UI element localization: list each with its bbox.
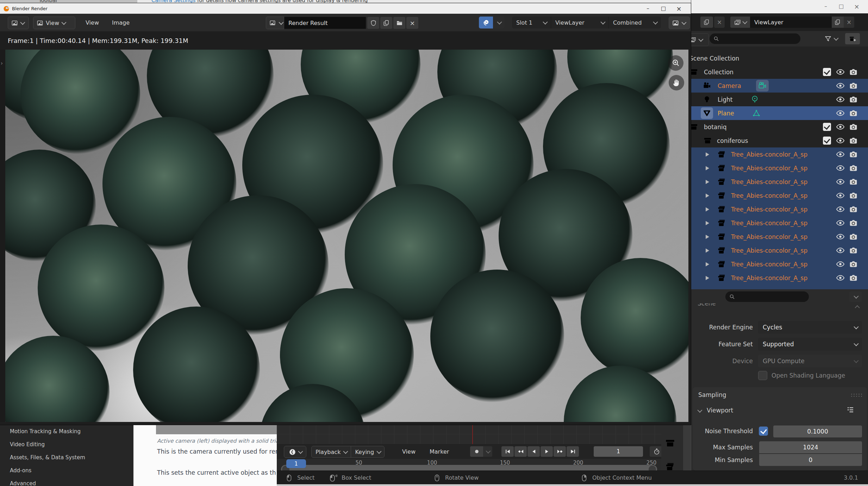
hide-eye-icon[interactable] [836, 191, 845, 200]
auto-keying-dropdown[interactable] [483, 446, 492, 457]
outliner-row-light[interactable]: Light [691, 93, 868, 106]
device-dropdown[interactable]: GPU Compute [758, 355, 862, 367]
unlink-scene-button[interactable]: × [714, 17, 725, 28]
outliner-row-tree[interactable]: Tree_Abies-concolor_A_sp [691, 175, 868, 189]
viewport-subpanel-header[interactable]: Viewport [707, 407, 733, 414]
render-window-titlebar[interactable]: Blender Render – □ × [0, 3, 691, 14]
disable-render-camera-icon[interactable] [849, 205, 858, 214]
hide-eye-icon[interactable] [836, 136, 845, 145]
filter-dropdown[interactable] [824, 33, 837, 44]
viewlayer-dropdown[interactable]: ViewLayer [551, 17, 608, 29]
osl-checkbox[interactable] [758, 371, 767, 380]
image-browse-button[interactable] [266, 17, 284, 29]
new-scene-button[interactable] [700, 17, 713, 28]
docs-sidebar-item[interactable]: Video Editing [0, 438, 133, 451]
slot-dropdown[interactable]: Slot 1 [512, 17, 551, 29]
open-image-button[interactable] [393, 17, 405, 29]
max-samples-field[interactable]: 1024 [759, 441, 862, 453]
new-image-button[interactable] [380, 17, 392, 29]
collection-checkbox[interactable] [823, 123, 831, 131]
camera-data-icon[interactable] [758, 81, 767, 90]
expand-arrow-icon[interactable] [706, 276, 709, 280]
preview-range-button[interactable] [650, 446, 661, 457]
outliner-row-scene-collection[interactable]: Scene Collection [691, 51, 868, 65]
disable-render-camera-icon[interactable] [849, 81, 858, 90]
tree-object-label[interactable]: Tree_Abies-concolor_A_sp [731, 165, 807, 172]
hide-eye-icon[interactable] [836, 260, 845, 269]
previous-keyframe-button[interactable] [514, 446, 527, 457]
disable-render-camera-icon[interactable] [849, 260, 858, 269]
maximize-button[interactable]: □ [833, 2, 849, 11]
disable-render-camera-icon[interactable] [849, 109, 858, 118]
tree-object-label[interactable]: Tree_Abies-concolor_A_sp [731, 247, 807, 254]
docs-sidebar-item[interactable]: Advanced [0, 477, 133, 486]
minimize-button[interactable]: – [640, 4, 656, 13]
hide-eye-icon[interactable] [836, 122, 845, 131]
expand-arrow-icon[interactable] [706, 262, 709, 266]
gizmos-toggle[interactable] [479, 17, 493, 29]
close-button[interactable]: × [849, 2, 864, 11]
outliner-row-tree[interactable]: Tree_Abies-concolor_A_sp [691, 257, 868, 271]
outliner-row-tree[interactable]: Tree_Abies-concolor_A_sp [691, 147, 868, 161]
disable-render-camera-icon[interactable] [849, 136, 858, 145]
tree-object-label[interactable]: Tree_Abies-concolor_A_sp [731, 151, 807, 158]
record-button[interactable] [470, 446, 483, 457]
disable-render-camera-icon[interactable] [849, 164, 858, 172]
timeline-track-area[interactable] [277, 425, 661, 444]
menu-image[interactable]: Image [112, 19, 130, 26]
hide-eye-icon[interactable] [836, 205, 845, 214]
hide-eye-icon[interactable] [836, 273, 845, 282]
outliner-row-coniferous[interactable]: coniferous [691, 134, 868, 147]
outliner-editor-type-button[interactable] [691, 33, 709, 46]
play-button[interactable] [541, 446, 553, 457]
tree-object-label[interactable]: Tree_Abies-concolor_A_sp [731, 178, 807, 185]
jump-to-end-button[interactable] [567, 446, 579, 457]
docs-sidebar-item[interactable]: Assets, Files, & Data System [0, 451, 133, 464]
maximize-button[interactable]: □ [656, 4, 671, 13]
timeline-view-menu[interactable]: View [402, 448, 416, 455]
disable-render-camera-icon[interactable] [849, 219, 858, 227]
pan-button[interactable] [669, 75, 684, 90]
timeline-scrub-area[interactable]: 50 100 150 200 250 1 [277, 459, 661, 471]
playback-dropdown[interactable]: Playback [312, 446, 351, 457]
editor-mode-dropdown[interactable]: View [33, 17, 75, 29]
unlink-image-button[interactable]: × [406, 17, 418, 29]
sampling-header[interactable]: Sampling [698, 391, 726, 398]
tree-object-label[interactable]: Tree_Abies-concolor_A_sp [731, 220, 807, 227]
remove-viewlayer-button[interactable]: × [844, 17, 854, 28]
tree-object-label[interactable]: Tree_Abies-concolor_A_sp [731, 233, 807, 240]
render-pass-dropdown[interactable]: Combined [609, 17, 661, 29]
outliner-row-tree-partial[interactable] [691, 285, 868, 289]
outliner-row-tree[interactable]: Tree_Abies-concolor_A_sp [691, 189, 868, 202]
menu-view[interactable]: View [86, 19, 99, 26]
expand-arrow-icon[interactable] [706, 235, 709, 239]
light-label[interactable]: Light [718, 96, 732, 103]
disable-render-camera-icon[interactable] [849, 150, 858, 159]
botaniq-label[interactable]: botaniq [704, 124, 727, 131]
scene-collection-label[interactable]: Scene Collection [691, 55, 739, 62]
outliner-row-tree[interactable]: Tree_Abies-concolor_A_sp [691, 202, 868, 216]
expand-arrow-icon[interactable] [706, 221, 709, 225]
scrollbar-right-cap[interactable] [649, 466, 656, 471]
collection-checkbox[interactable] [823, 68, 831, 76]
next-keyframe-button[interactable] [554, 446, 566, 457]
hide-eye-icon[interactable] [836, 150, 845, 159]
properties-options-dropdown[interactable] [849, 291, 862, 302]
docs-sidebar-item[interactable]: Motion Tracking & Masking [0, 425, 133, 438]
expand-arrow-icon[interactable] [706, 180, 709, 184]
tree-object-label[interactable]: Tree_Abies-concolor_A_sp [731, 206, 807, 213]
outliner-row-botaniq[interactable]: botaniq [691, 120, 868, 134]
hide-eye-icon[interactable] [836, 232, 845, 241]
disable-render-camera-icon[interactable] [849, 68, 858, 76]
outliner-row-tree[interactable]: Tree_Abies-concolor_A_sp [691, 271, 868, 285]
zoom-button[interactable] [668, 55, 683, 71]
play-reverse-button[interactable] [527, 446, 540, 457]
timeline-horizontal-scrollbar[interactable] [281, 465, 657, 471]
keying-dropdown[interactable]: Keying [351, 446, 384, 457]
current-frame-field[interactable]: 1 [594, 446, 643, 457]
mesh-data-icon[interactable] [752, 109, 761, 118]
playhead-frame-badge[interactable]: 1 [286, 459, 306, 468]
noise-threshold-checkbox[interactable] [759, 427, 768, 436]
render-engine-dropdown[interactable]: Cycles [758, 321, 862, 334]
panel-grip-icon[interactable] [850, 393, 862, 397]
